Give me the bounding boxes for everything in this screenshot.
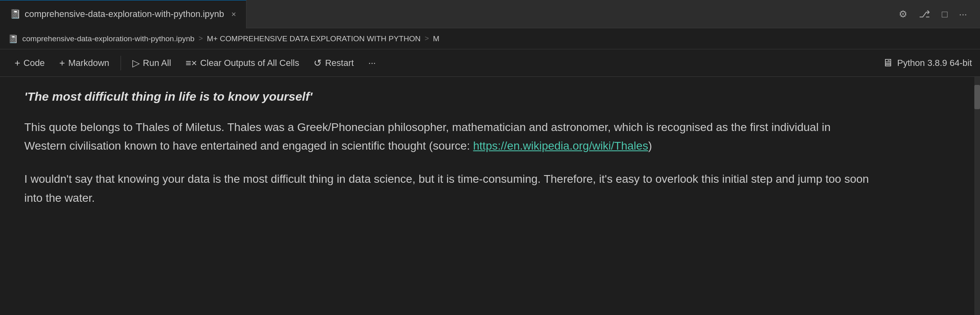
add-code-label: Code <box>23 58 45 68</box>
notebook-content: 'The most difficult thing in life is to … <box>0 77 980 315</box>
notebook-toolbar: + Code + Markdown ▷ Run All ≡× Clear Out… <box>0 49 980 77</box>
breadcrumb-sep-1: > <box>199 34 203 43</box>
tab-close-button[interactable]: × <box>231 10 236 19</box>
restart-icon: ↺ <box>314 57 322 69</box>
active-tab[interactable]: 📓 comprehensive-data-exploration-with-py… <box>0 0 246 28</box>
breadcrumb-file[interactable]: comprehensive-data-exploration-with-pyth… <box>22 34 195 43</box>
wikipedia-link[interactable]: https://en.wikipedia.org/wiki/Thales <box>473 140 648 152</box>
scrollbar-thumb[interactable] <box>974 85 980 109</box>
tab-bar: 📓 comprehensive-data-exploration-with-py… <box>0 0 980 28</box>
run-all-label: Run All <box>143 58 171 68</box>
paragraph-1-after-link: ) <box>648 140 652 152</box>
breadcrumb: 📓 comprehensive-data-exploration-with-py… <box>0 28 980 49</box>
breadcrumb-sep-2: > <box>425 34 429 43</box>
restart-label: Restart <box>325 58 354 68</box>
split-editor-icon[interactable]: □ <box>942 8 948 20</box>
tab-list: 📓 comprehensive-data-exploration-with-py… <box>0 0 246 28</box>
kernel-info[interactable]: 🖥 Python 3.8.9 64-bit <box>882 57 972 69</box>
more-toolbar-label: ··· <box>368 58 375 68</box>
settings-icon[interactable]: ⚙ <box>899 8 908 20</box>
breadcrumb-section[interactable]: M+ COMPREHENSIVE DATA EXPLORATION WITH P… <box>207 34 420 43</box>
tab-right-actions: ⚙ ⎇ □ ··· <box>899 8 980 20</box>
restart-button[interactable]: ↺ Restart <box>307 54 360 72</box>
add-code-icon: + <box>15 57 20 69</box>
paragraph-1-before-link: This quote belongs to Thales of Miletus.… <box>24 121 831 152</box>
add-markdown-button[interactable]: + Markdown <box>53 54 116 72</box>
add-markdown-label: Markdown <box>68 58 109 68</box>
run-all-icon: ▷ <box>132 57 140 69</box>
tab-filename: comprehensive-data-exploration-with-pyth… <box>25 9 224 19</box>
toolbar-divider <box>121 56 121 70</box>
kernel-icon: 🖥 <box>882 57 893 69</box>
breadcrumb-file-icon: 📓 <box>8 34 18 44</box>
clear-outputs-icon: ≡× <box>186 57 197 69</box>
branch-icon[interactable]: ⎇ <box>919 8 930 20</box>
clear-outputs-label: Clear Outputs of All Cells <box>200 58 299 68</box>
paragraph-1: This quote belongs to Thales of Miletus.… <box>24 118 874 155</box>
run-all-button[interactable]: ▷ Run All <box>126 54 178 72</box>
more-actions-icon[interactable]: ··· <box>959 8 967 20</box>
breadcrumb-subsection[interactable]: M <box>433 34 439 43</box>
add-markdown-icon: + <box>59 57 65 69</box>
kernel-label: Python 3.8.9 64-bit <box>897 58 972 68</box>
more-toolbar-button[interactable]: ··· <box>362 55 382 72</box>
notebook-tab-icon: 📓 <box>10 9 21 19</box>
paragraph-2: I wouldn't say that knowing your data is… <box>24 170 874 207</box>
add-code-button[interactable]: + Code <box>8 54 51 72</box>
clear-outputs-button[interactable]: ≡× Clear Outputs of All Cells <box>179 54 306 72</box>
scrollbar[interactable] <box>974 77 980 315</box>
quote-text: 'The most difficult thing in life is to … <box>24 90 956 104</box>
